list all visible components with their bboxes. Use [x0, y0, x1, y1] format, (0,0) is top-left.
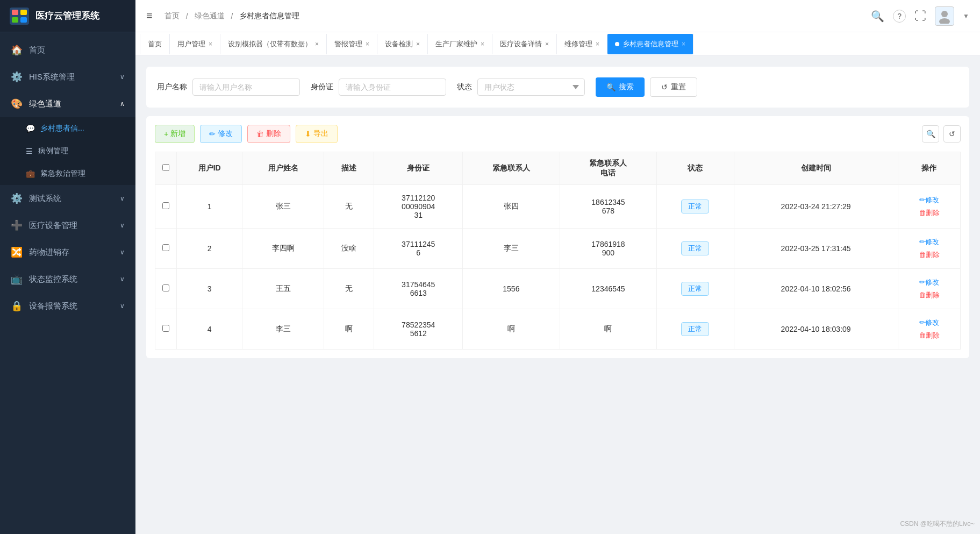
table-row: 4 李三 啊 785223545612 啊 啊 正常 2022-04-10 18…	[155, 309, 961, 350]
sidebar-subitem-label: 乡村患者信...	[40, 124, 84, 133]
medical-icon: ➕	[11, 219, 23, 231]
sidebar-item-pharma[interactable]: 🔀 药物进销存 ∨	[0, 239, 135, 266]
edit-button[interactable]: ✏ 修改	[200, 125, 242, 143]
help-icon[interactable]: ?	[893, 10, 906, 23]
tab-close-icon[interactable]: ×	[366, 40, 369, 48]
row-edit-link[interactable]: ✏修改	[919, 318, 939, 327]
sidebar-item-alert[interactable]: 🔒 设备报警系统 ∨	[0, 293, 135, 319]
row-edit-link[interactable]: ✏修改	[919, 237, 939, 247]
sidebar-item-rural[interactable]: 💬 乡村患者信...	[0, 117, 135, 140]
table-refresh-button[interactable]: ↺	[943, 125, 961, 143]
sidebar-item-test[interactable]: ⚙️ 测试系统 ∨	[0, 185, 135, 212]
row-edit-link[interactable]: ✏修改	[919, 277, 939, 287]
tab-close-icon[interactable]: ×	[416, 40, 420, 48]
tab-label: 警报管理	[334, 39, 362, 49]
tab-label: 医疗设备详情	[500, 39, 542, 49]
sidebar-item-emergency[interactable]: 💼 紧急救治管理	[0, 162, 135, 185]
tab-close-icon[interactable]: ×	[209, 40, 212, 48]
cell-desc: 没啥	[324, 229, 374, 269]
add-button[interactable]: + 新增	[155, 125, 195, 143]
chevron-down-icon: ∨	[120, 275, 125, 283]
search-buttons: 🔍 搜索 ↺ 重置	[596, 77, 697, 97]
tab-user-mgmt[interactable]: 用户管理 ×	[170, 34, 220, 54]
tab-device-check[interactable]: 设备检测 ×	[377, 34, 428, 54]
tab-manufacturer[interactable]: 生产厂家维护 ×	[428, 34, 492, 54]
sidebar-subitem-label: 紧急救治管理	[40, 169, 85, 179]
avatar[interactable]	[935, 6, 954, 26]
row-select-checkbox[interactable]	[162, 244, 169, 251]
breadcrumb-green[interactable]: 绿色通道	[195, 11, 225, 21]
breadcrumb-home[interactable]: 首页	[164, 11, 180, 21]
col-idcard: 身份证	[374, 152, 463, 185]
data-table: 用户ID 用户姓名 描述 身份证 紧急联系人 紧急联系人电话 状态 创建时间 操…	[155, 152, 961, 350]
search-icon[interactable]: 🔍	[871, 10, 884, 23]
sidebar-item-medical[interactable]: ➕ 医疗设备管理 ∨	[0, 212, 135, 239]
idcard-input[interactable]	[339, 79, 446, 96]
sidebar-menu: 🏠 首页 ⚙️ HIS系统管理 ∨ 🎨 绿色通道 ∧ 💬 乡村患者信... ☰ …	[0, 32, 135, 534]
username-label: 用户名称	[157, 82, 187, 92]
tab-close-icon[interactable]: ×	[545, 40, 549, 48]
sidebar-item-label: 首页	[29, 45, 125, 55]
search-form: 用户名称 身份证 状态 用户状态 正常 禁用 🔍 搜索	[146, 67, 969, 108]
actions-cell: ✏修改 🗑删除	[903, 318, 956, 340]
tab-device-detail[interactable]: 医疗设备详情 ×	[492, 34, 557, 54]
delete-button[interactable]: 🗑 删除	[247, 125, 290, 143]
tab-alert-mgmt[interactable]: 警报管理 ×	[327, 34, 377, 54]
cell-desc: 无	[324, 269, 374, 309]
table-row: 2 李四啊 没啥 371112456 李三 17861918900 正常 202…	[155, 229, 961, 269]
search-button[interactable]: 🔍 搜索	[596, 77, 645, 97]
export-icon: ⬇	[305, 130, 311, 138]
chevron-down-icon: ∨	[120, 73, 125, 81]
reset-button[interactable]: ↺ 重置	[650, 77, 697, 97]
tab-close-icon[interactable]: ×	[481, 40, 484, 48]
username-input[interactable]	[192, 79, 300, 96]
row-delete-link[interactable]: 🗑删除	[919, 331, 940, 340]
row-select-checkbox[interactable]	[162, 202, 169, 209]
sidebar-item-monitor[interactable]: 📺 状态监控系统 ∨	[0, 266, 135, 293]
table-header-row: 用户ID 用户姓名 描述 身份证 紧急联系人 紧急联系人电话 状态 创建时间 操…	[155, 152, 961, 185]
row-select-checkbox[interactable]	[162, 325, 169, 332]
sidebar-item-green[interactable]: 🎨 绿色通道 ∧	[0, 90, 135, 117]
sidebar-item-label: HIS系统管理	[29, 72, 120, 82]
table-toolbar: + 新增 ✏ 修改 🗑 删除 ⬇ 导出 🔍 ↺	[155, 125, 961, 143]
row-select-checkbox[interactable]	[162, 284, 169, 291]
sidebar-item-label: 医疗设备管理	[29, 220, 120, 231]
tab-label: 设备检测	[385, 39, 413, 49]
tab-close-icon[interactable]: ×	[315, 40, 319, 48]
tab-close-icon[interactable]: ×	[596, 40, 599, 48]
select-all-checkbox[interactable]	[162, 164, 169, 171]
breadcrumb-current: 乡村患者信息管理	[239, 11, 299, 21]
row-delete-link[interactable]: 🗑删除	[919, 250, 940, 260]
menu-toggle-icon[interactable]: ≡	[146, 10, 153, 22]
edit-label: 修改	[218, 129, 233, 139]
tab-home[interactable]: 首页	[140, 34, 170, 54]
delete-icon: 🗑	[256, 130, 264, 138]
row-checkbox	[155, 229, 177, 269]
sidebar-item-his[interactable]: ⚙️ HIS系统管理 ∨	[0, 63, 135, 90]
sidebar-item-home[interactable]: 🏠 首页	[0, 37, 135, 63]
add-icon: +	[164, 130, 168, 138]
lock-icon: 🔒	[11, 300, 23, 312]
table-search-button[interactable]: 🔍	[922, 125, 939, 143]
avatar-dropdown-icon[interactable]: ▼	[963, 12, 969, 20]
delete-label: 删除	[266, 129, 281, 139]
tab-repair[interactable]: 维修管理 ×	[557, 34, 607, 54]
tab-simulator[interactable]: 设别模拟器（仅带有数据） ×	[220, 34, 327, 54]
sidebar-item-label: 状态监控系统	[29, 274, 120, 284]
sidebar-item-case[interactable]: ☰ 病例管理	[0, 140, 135, 162]
row-delete-link[interactable]: 🗑删除	[919, 290, 940, 300]
fullscreen-icon[interactable]: ⛶	[914, 9, 926, 23]
tab-label: 维修管理	[564, 39, 592, 49]
breadcrumb: 首页 / 绿色通道 / 乡村患者信息管理	[161, 11, 871, 21]
cell-userid: 4	[177, 309, 242, 350]
row-edit-link[interactable]: ✏修改	[919, 195, 939, 205]
export-button[interactable]: ⬇ 导出	[296, 125, 338, 143]
row-checkbox	[155, 309, 177, 350]
status-select[interactable]: 用户状态 正常 禁用	[477, 79, 585, 96]
status-group: 状态 用户状态 正常 禁用	[457, 79, 585, 96]
cell-idcard: 317546456613	[374, 269, 463, 309]
row-delete-link[interactable]: 🗑删除	[919, 208, 940, 218]
tab-rural-patient[interactable]: 乡村患者信息管理 ×	[607, 34, 693, 54]
tab-close-icon[interactable]: ×	[682, 40, 685, 48]
col-desc: 描述	[324, 152, 374, 185]
